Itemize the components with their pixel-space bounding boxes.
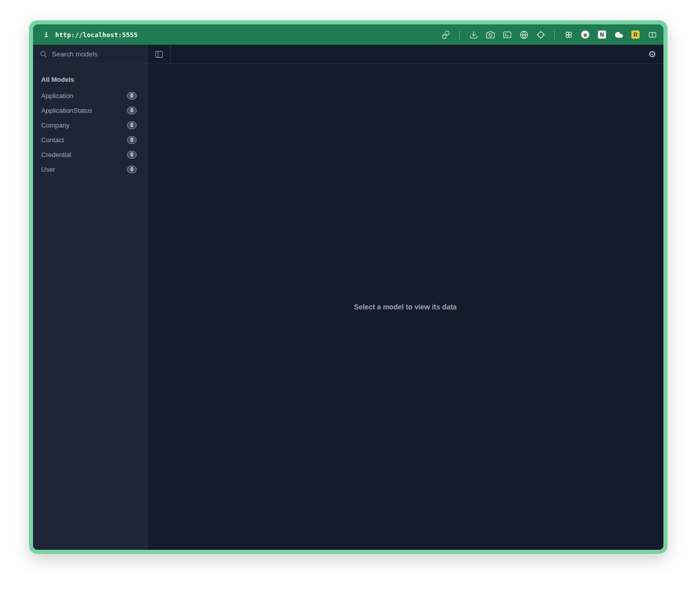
circle-letter-glyph: a xyxy=(581,30,589,39)
settings-gear-icon[interactable]: ⚙ xyxy=(648,50,656,59)
model-name: Company xyxy=(41,121,70,129)
download-icon[interactable] xyxy=(468,29,479,40)
models-sidebar: All Models Application 0 ApplicationStat… xyxy=(33,64,147,550)
titlebar-separator xyxy=(554,30,555,39)
sidebar-title: All Models xyxy=(33,71,147,88)
titlebar-buttons: a N R xyxy=(440,29,657,40)
model-name: Contact xyxy=(41,136,64,144)
crosshair-icon[interactable] xyxy=(535,29,546,40)
model-list-item[interactable]: Credential 0 xyxy=(33,147,147,162)
model-count-badge: 0 xyxy=(127,92,137,100)
link-icon[interactable] xyxy=(440,29,451,40)
search-icon xyxy=(40,50,47,58)
model-name: Application xyxy=(41,92,74,100)
browser-window: i http://localhost:5555 xyxy=(29,20,667,554)
model-list-item[interactable]: Company 0 xyxy=(33,118,147,133)
model-list-item[interactable]: Application 0 xyxy=(33,88,147,103)
model-name: User xyxy=(41,166,55,173)
cloud-icon[interactable] xyxy=(614,29,624,40)
model-count-badge: 0 xyxy=(127,107,137,114)
model-list-item[interactable]: Contact 0 xyxy=(33,133,147,147)
window-body: i http://localhost:5555 xyxy=(33,24,663,550)
globe-icon[interactable] xyxy=(519,29,529,40)
notion-icon[interactable]: N xyxy=(597,29,607,40)
model-name: Credential xyxy=(41,151,71,159)
search-input[interactable] xyxy=(52,50,140,58)
model-list-item[interactable]: User 0 xyxy=(33,162,147,177)
main-panel: Select a model to view its data xyxy=(147,64,663,550)
search-bar xyxy=(33,45,147,64)
model-count-badge: 0 xyxy=(127,166,137,173)
model-count-badge: 0 xyxy=(127,136,137,144)
r-badge-icon[interactable]: R xyxy=(630,29,641,40)
browser-titlebar: i http://localhost:5555 xyxy=(33,24,663,45)
terminal-icon[interactable] xyxy=(502,29,512,40)
sidebar-toggle-icon xyxy=(154,50,164,59)
header-actions: ⚙ xyxy=(171,45,663,64)
model-count-badge: 0 xyxy=(127,151,137,159)
app-header: ⚙ xyxy=(33,45,663,64)
address-area: i http://localhost:5555 xyxy=(44,31,138,39)
clover-icon[interactable] xyxy=(563,29,574,40)
model-list-item[interactable]: ApplicationStatus 0 xyxy=(33,103,147,118)
studio-app: ⚙ All Models Application 0 ApplicationSt… xyxy=(33,45,663,550)
split-view-icon[interactable] xyxy=(647,29,657,40)
camera-icon[interactable] xyxy=(485,29,495,40)
titlebar-separator xyxy=(459,30,460,39)
info-icon: i xyxy=(44,31,48,39)
circle-letter-icon[interactable]: a xyxy=(580,29,590,40)
app-body: All Models Application 0 ApplicationStat… xyxy=(33,64,663,550)
notion-glyph: N xyxy=(598,30,606,39)
model-name: ApplicationStatus xyxy=(41,107,92,114)
model-list: Application 0 ApplicationStatus 0 Compan… xyxy=(33,88,147,177)
r-badge-glyph: R xyxy=(631,30,640,39)
url-text[interactable]: http://localhost:5555 xyxy=(55,31,138,39)
model-count-badge: 0 xyxy=(127,121,137,129)
empty-state-message: Select a model to view its data xyxy=(354,303,457,311)
sidebar-toggle-button[interactable] xyxy=(147,45,171,64)
